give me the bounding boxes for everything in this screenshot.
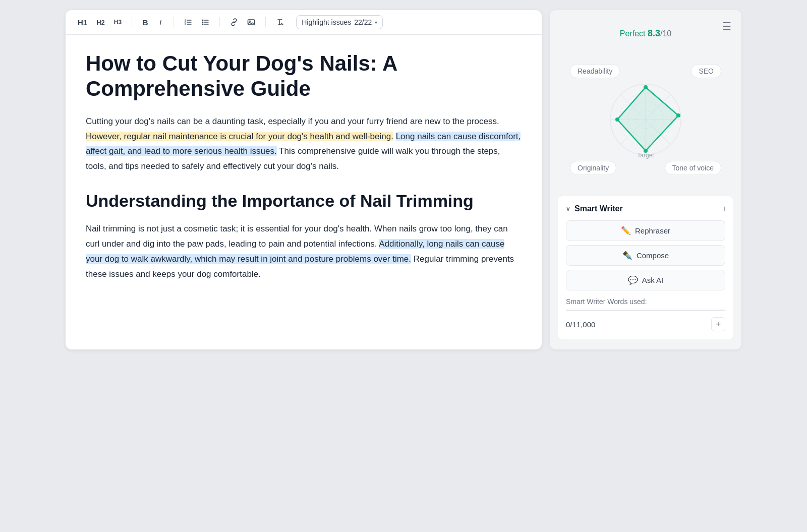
smart-writer-title-group: ∨ Smart Writer	[566, 204, 623, 213]
score-value: 8.3	[648, 28, 660, 38]
svg-point-26	[676, 113, 680, 117]
italic-button[interactable]: I	[153, 15, 167, 29]
heading-group: H1 H2 H3	[74, 15, 126, 29]
highlight-label: Highlight issues	[302, 18, 351, 26]
smart-writer-info-icon[interactable]: i	[724, 205, 725, 213]
insert-group	[226, 15, 259, 29]
smart-writer-chevron-icon[interactable]: ∨	[566, 205, 570, 212]
score-section: Perfect 8.3/10	[558, 20, 733, 43]
words-used-label: Smart Writer Words used:	[566, 298, 725, 306]
article-h2: Understanding the Importance of Nail Tri…	[86, 190, 522, 212]
words-used-bar	[566, 310, 725, 311]
toolbar-divider-3	[219, 17, 220, 27]
seo-label[interactable]: SEO	[691, 64, 721, 78]
rephraser-button[interactable]: ✏️ Rephraser	[566, 220, 725, 241]
format-group: B I	[138, 15, 167, 29]
image-button[interactable]	[243, 15, 259, 29]
svg-point-25	[644, 85, 648, 89]
score-display: Perfect 8.3/10	[558, 28, 733, 39]
chevron-down-icon: ▾	[375, 20, 377, 25]
radar-target-label: Target	[637, 152, 654, 159]
toolbar-divider-4	[265, 17, 266, 27]
svg-point-13	[249, 21, 251, 22]
radar-svg	[600, 74, 691, 165]
ask-ai-button[interactable]: 💬 Ask AI	[566, 270, 725, 290]
highlight-dropdown[interactable]: Highlight issues 22/22 ▾	[296, 15, 383, 29]
h1-button[interactable]: H1	[74, 15, 91, 29]
svg-text:3: 3	[185, 23, 186, 25]
editor-panel: H1 H2 H3 B I 1 2 3	[66, 10, 542, 349]
svg-point-8	[202, 22, 204, 23]
sidebar-panel: ☰ Perfect 8.3/10 Readability SEO Origina…	[550, 10, 741, 349]
compose-button[interactable]: ✒️ Compose	[566, 245, 725, 266]
ask-ai-icon: 💬	[628, 275, 638, 285]
compose-icon: ✒️	[622, 251, 632, 260]
svg-point-6	[202, 20, 204, 21]
svg-point-10	[202, 24, 204, 25]
h2-button[interactable]: H2	[92, 15, 109, 29]
editor-content: How to Cut Your Dog's Nails: A Comprehen…	[66, 35, 542, 310]
words-used-count-row: 0/11,000 +	[566, 317, 725, 331]
rephraser-icon: ✏️	[621, 226, 631, 235]
words-count: 0/11,000	[566, 320, 595, 329]
list-group: 1 2 3	[180, 15, 213, 29]
score-denom: /10	[660, 29, 671, 38]
bold-button[interactable]: B	[138, 15, 152, 29]
body-paragraph: Nail trimming is not just a cosmetic tas…	[86, 221, 522, 281]
intro-yellow-highlight: However, regular nail maintenance is cru…	[86, 132, 393, 141]
intro-plain-text: Cutting your dog's nails can be a daunti…	[86, 116, 499, 126]
score-prefix: Perfect	[620, 29, 646, 38]
add-words-button[interactable]: +	[711, 317, 725, 331]
smart-writer-title: Smart Writer	[574, 204, 623, 213]
article-title: How to Cut Your Dog's Nails: A Comprehen…	[86, 51, 522, 102]
highlight-count: 22/22	[354, 18, 372, 26]
radar-chart-container: Readability SEO Originality Tone of voic…	[575, 49, 716, 190]
unordered-list-button[interactable]	[197, 15, 213, 29]
app-container: H1 H2 H3 B I 1 2 3	[66, 10, 741, 349]
rephraser-label: Rephraser	[635, 226, 670, 235]
toolbar-divider-2	[174, 17, 174, 27]
svg-point-28	[615, 117, 619, 122]
svg-marker-24	[617, 87, 678, 151]
toolbar: H1 H2 H3 B I 1 2 3	[66, 10, 542, 35]
ask-ai-label: Ask AI	[642, 276, 664, 284]
compose-label: Compose	[637, 251, 669, 260]
smart-writer-section: ∨ Smart Writer i ✏️ Rephraser ✒️ Compose…	[558, 196, 733, 339]
intro-paragraph: Cutting your dog's nails can be a daunti…	[86, 114, 522, 174]
clear-format-button[interactable]	[272, 15, 288, 29]
smart-writer-header: ∨ Smart Writer i	[566, 204, 725, 213]
h3-button[interactable]: H3	[110, 15, 126, 29]
toolbar-divider-1	[132, 17, 132, 27]
ordered-list-button[interactable]: 1 2 3	[180, 15, 196, 29]
sidebar-menu-button[interactable]: ☰	[720, 18, 733, 34]
link-button[interactable]	[226, 15, 242, 29]
